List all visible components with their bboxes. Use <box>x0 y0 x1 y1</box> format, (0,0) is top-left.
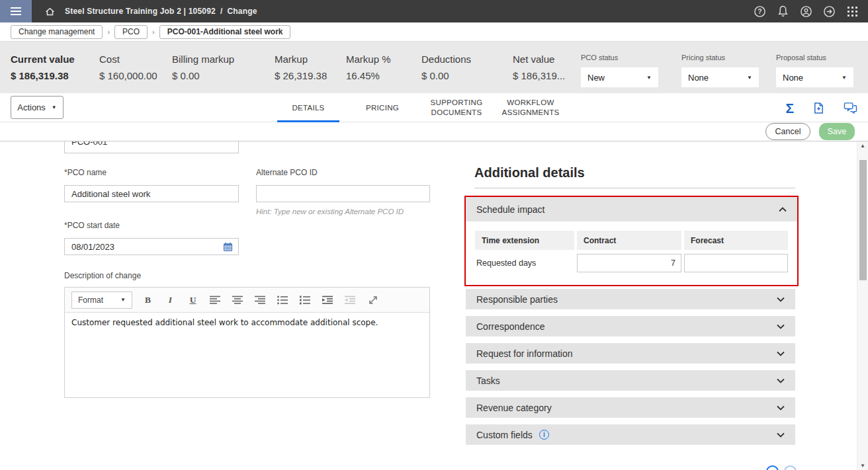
sign-out-icon <box>823 5 836 18</box>
proposal-status-dropdown[interactable]: None ▼ <box>776 67 853 87</box>
tab-pricing[interactable]: PRICING <box>345 93 419 122</box>
alternate-pco-id-label: Alternate PCO ID <box>256 168 318 177</box>
save-button[interactable]: Save <box>819 123 855 140</box>
summary-totals-button[interactable]: Σ <box>785 101 794 115</box>
align-left-icon <box>210 295 221 305</box>
chevron-down-icon <box>777 378 785 383</box>
scroll-down-arrow-icon[interactable]: ▼ <box>857 463 868 469</box>
metric-value: $ 0.00 <box>421 70 471 81</box>
cancel-button[interactable]: Cancel <box>765 123 810 140</box>
pco-status-group: PCO status New ▼ <box>581 54 658 87</box>
hamburger-menu-button[interactable] <box>0 0 32 22</box>
schedule-impact-title: Schedule impact <box>476 204 545 215</box>
section-label: Tasks <box>476 375 500 386</box>
metric-billing-markup: Billing markup $ 0.00 <box>172 54 234 81</box>
accordion-sections: Responsible parties Correspondence Reque… <box>466 289 795 445</box>
caret-down-icon: ▼ <box>747 75 752 81</box>
pco-start-date-input[interactable] <box>65 242 217 252</box>
previous-record-button[interactable] <box>766 465 779 470</box>
increase-indent-button[interactable] <box>321 293 335 307</box>
details-content: PCO-001 *PCO name Alternate PCO ID Hint:… <box>0 141 868 470</box>
metric-net-value: Net value $ 186,319... <box>513 54 565 81</box>
next-record-button[interactable] <box>784 465 797 470</box>
chevron-down-icon <box>777 324 785 329</box>
app-launcher-button[interactable] <box>846 5 859 18</box>
requested-days-forecast-input[interactable] <box>684 254 788 272</box>
align-center-button[interactable] <box>231 293 245 307</box>
chip-current-pco[interactable]: PCO-001-Additional steel work <box>159 25 291 39</box>
column-header-time-extension: Time extension <box>475 231 574 250</box>
alternate-pco-id-input[interactable] <box>256 185 430 202</box>
user-icon <box>800 5 812 18</box>
numbered-list-button[interactable] <box>298 293 312 307</box>
alternate-pco-id-hint: Hint: Type new or existing Alternate PCO… <box>256 208 404 215</box>
tab-details[interactable]: DETAILS <box>271 93 345 122</box>
breadcrumb-separator: / <box>220 7 223 16</box>
align-left-button[interactable] <box>208 293 222 307</box>
bulleted-list-button[interactable] <box>276 293 290 307</box>
align-right-icon <box>255 295 266 305</box>
chip-change-management[interactable]: Change management <box>11 25 103 39</box>
description-text[interactable]: Customer requested additional steel work… <box>65 313 429 333</box>
sign-out-button[interactable] <box>822 5 836 18</box>
pco-id-value: PCO-001 <box>71 141 107 147</box>
status-label: Proposal status <box>776 54 853 61</box>
tab-supporting-documents[interactable]: SUPPORTING DOCUMENTS <box>419 93 494 122</box>
pco-id-field[interactable]: PCO-001 <box>64 141 239 153</box>
format-dropdown[interactable]: Format ▼ <box>71 292 132 309</box>
metric-markup-percent: Markup % 16.45% <box>346 54 391 81</box>
maximize-editor-button[interactable] <box>366 293 380 307</box>
date-picker-button[interactable] <box>217 239 238 255</box>
metric-markup: Markup $ 26,319.38 <box>275 54 327 81</box>
chip-pco[interactable]: PCO <box>114 25 148 39</box>
bold-button[interactable]: B <box>141 293 155 307</box>
section-revenue-category[interactable]: Revenue category <box>466 397 795 418</box>
metric-value: $ 186,319... <box>513 70 565 81</box>
metric-label: Deductions <box>421 54 471 65</box>
align-right-button[interactable] <box>253 293 267 307</box>
vertical-scrollbar[interactable]: ▲ ▼ <box>857 141 868 470</box>
comments-button[interactable] <box>844 102 857 114</box>
section-correspondence[interactable]: Correspondence <box>466 316 795 336</box>
scrollbar-thumb[interactable] <box>859 160 867 280</box>
section-label: Revenue category <box>476 403 552 413</box>
pco-change-page: Steel Structure Training Job 2 | 105092 … <box>0 0 868 470</box>
pco-name-input[interactable] <box>64 185 239 202</box>
schedule-impact-header[interactable]: Schedule impact <box>466 197 797 221</box>
column-header-forecast: Forecast <box>684 231 788 250</box>
section-request-for-information[interactable]: Request for information <box>466 343 795 364</box>
italic-button[interactable]: I <box>163 293 177 307</box>
decrease-indent-button[interactable] <box>343 293 357 307</box>
grid-icon <box>847 7 857 17</box>
job-title: Steel Structure Training Job 2 | 105092 <box>65 7 216 16</box>
bulleted-list-icon <box>277 295 288 305</box>
section-divider <box>474 188 795 188</box>
help-button[interactable]: ? <box>753 5 766 18</box>
caret-down-icon: ▼ <box>52 104 57 110</box>
pco-status-dropdown[interactable]: New ▼ <box>581 67 658 87</box>
notifications-button[interactable] <box>776 5 789 18</box>
account-button[interactable] <box>799 5 812 18</box>
section-custom-fields[interactable]: Custom fields i <box>466 424 795 445</box>
dropdown-value: None <box>688 73 709 83</box>
dropdown-value: New <box>587 73 605 83</box>
description-label: Description of change <box>64 271 141 280</box>
pricing-status-group: Pricing status None ▼ <box>681 54 759 87</box>
section-tasks[interactable]: Tasks <box>466 370 795 391</box>
home-button[interactable] <box>38 0 61 22</box>
add-document-button[interactable] <box>812 102 825 114</box>
chevron-down-icon <box>777 351 785 356</box>
metric-label: Markup <box>275 54 327 65</box>
info-icon[interactable]: i <box>539 430 549 440</box>
section-responsible-parties[interactable]: Responsible parties <box>466 289 795 309</box>
status-label: Pricing status <box>681 54 759 61</box>
caret-down-icon: ▼ <box>646 75 652 81</box>
scroll-up-arrow-icon[interactable]: ▲ <box>857 143 868 149</box>
tab-workflow-assignments[interactable]: WORKFLOW ASSIGNMENTS <box>494 93 568 122</box>
actions-button[interactable]: Actions ▼ <box>11 96 64 119</box>
underline-button[interactable]: U <box>186 293 200 307</box>
requested-days-contract-input[interactable] <box>577 254 681 272</box>
metric-label: Net value <box>513 54 565 65</box>
pricing-status-dropdown[interactable]: None ▼ <box>681 67 759 87</box>
caret-down-icon: ▼ <box>842 75 847 81</box>
